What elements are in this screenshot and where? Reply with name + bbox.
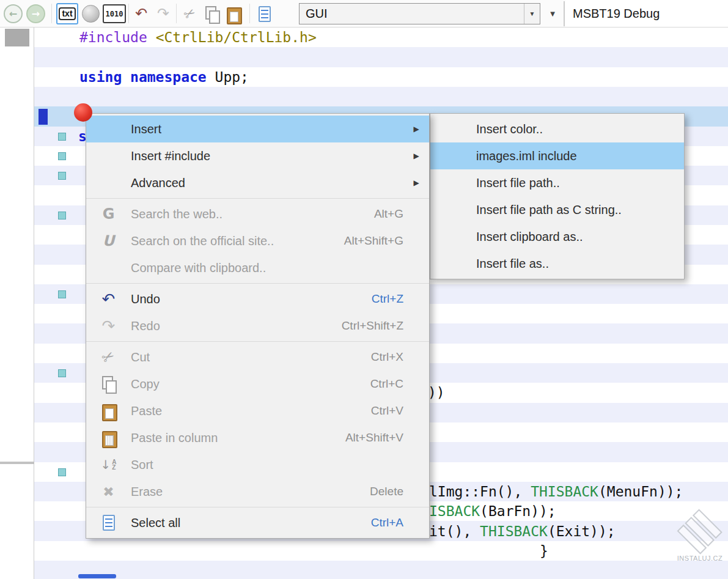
edited-line-marker xyxy=(58,212,66,219)
redo-icon: ↷ xyxy=(157,5,169,22)
menu-item-label: Search on the official site.. xyxy=(131,234,344,248)
menu-separator xyxy=(86,283,429,284)
forward-arrow-icon: → xyxy=(32,8,40,20)
edit-as-hex-button[interactable]: 1010 xyxy=(103,4,126,23)
submenu-item-insert-file-as[interactable]: Insert file as.. xyxy=(430,250,684,277)
undo-button[interactable]: ↶ xyxy=(131,4,152,23)
cut-icon: ✂ xyxy=(181,4,198,23)
menu-shortcut: Ctrl+Z xyxy=(372,292,403,306)
panel-splitter[interactable] xyxy=(0,462,34,464)
menu-item-label: Paste xyxy=(131,404,371,418)
edited-line-marker xyxy=(58,172,66,180)
back-arrow-icon: ← xyxy=(9,8,17,20)
cut-icon: ✂ xyxy=(99,347,118,367)
icon-slot: ✖ xyxy=(86,484,131,500)
menu-item-undo[interactable]: ↶ Undo Ctrl+Z xyxy=(86,286,429,312)
copy-button[interactable] xyxy=(202,5,222,23)
submenu-item-insert-clipboard-as[interactable]: Insert clipboard as.. xyxy=(430,223,684,250)
menu-separator xyxy=(86,341,429,342)
package-dropdown-button[interactable]: ▼ xyxy=(544,3,561,24)
menu-item-label: Insert file path as C string.. xyxy=(476,203,684,217)
copy-icon xyxy=(102,376,116,392)
main-package-combo[interactable]: GUI ▼ xyxy=(299,3,540,24)
globe-icon[interactable] xyxy=(82,5,100,23)
code-line-using: using namespace Upp; xyxy=(79,67,249,87)
menu-item-copy[interactable]: Copy Ctrl+C xyxy=(86,371,429,397)
toolbar-separator xyxy=(564,1,565,26)
cut-button[interactable]: ✂ xyxy=(175,0,203,27)
menu-item-advanced[interactable]: Advanced ▶ xyxy=(86,169,429,196)
build-method-selector[interactable]: MSBT19 Debug xyxy=(565,0,728,27)
paste-column-icon xyxy=(102,430,116,446)
gutter-line-marker xyxy=(39,109,48,125)
menu-item-select-all[interactable]: Select all Ctrl+A xyxy=(86,509,429,536)
code-line-parens: )) xyxy=(428,383,445,402)
submenu-item-insert-color[interactable]: Insert color.. xyxy=(430,116,684,142)
redo-button[interactable]: ↷ xyxy=(153,4,174,23)
menu-item-insert[interactable]: Insert ▶ xyxy=(86,116,429,142)
menu-item-label: Search the web.. xyxy=(131,207,374,221)
menu-item-insert-include[interactable]: Insert #include ▶ xyxy=(86,142,429,169)
icon-slot: ↷ xyxy=(86,317,131,335)
paste-button[interactable] xyxy=(223,4,244,24)
ide-window: ← → txt 1010 ↶ ↷ ✂ xyxy=(0,0,728,579)
editor-context-menu: Insert ▶ Insert #include ▶ Advanced ▶ G … xyxy=(86,113,430,539)
menu-item-label: Insert clipboard as.. xyxy=(476,230,684,244)
icon-slot: ✂ xyxy=(86,349,131,366)
navigate-back-button[interactable]: ← xyxy=(4,4,23,23)
menu-item-search-web[interactable]: G Search the web.. Alt+G xyxy=(86,201,429,227)
select-all-button[interactable] xyxy=(254,5,275,23)
undo-icon: ↶ xyxy=(102,290,116,308)
watermark: INSTALUJ.CZ xyxy=(673,515,727,562)
menu-separator xyxy=(86,507,429,507)
scrollbar-thumb[interactable] xyxy=(78,574,116,578)
code-line-close-brace: } xyxy=(540,541,548,561)
code-line-include: #include <CtrlLib/CtrlLib.h> xyxy=(79,28,317,47)
menu-item-label: Insert #include xyxy=(131,149,403,163)
menu-item-label: Sort xyxy=(131,458,403,472)
menu-item-label: Insert file path.. xyxy=(476,176,684,190)
edit-as-text-button[interactable]: txt xyxy=(56,3,78,24)
document-icon xyxy=(259,6,271,22)
code-line-exit: it(), THISBACK(Exit)); xyxy=(429,522,616,541)
breakpoint-icon[interactable] xyxy=(74,103,92,122)
menu-item-redo[interactable]: ↷ Redo Ctrl+Shift+Z xyxy=(86,312,429,339)
edited-line-marker xyxy=(58,152,66,160)
menu-shortcut: Ctrl+V xyxy=(371,404,403,418)
upp-u-icon: U xyxy=(103,232,115,249)
menu-item-paste-in-column[interactable]: Paste in column Alt+Shift+V xyxy=(86,424,429,451)
menu-item-erase[interactable]: ✖ Erase Delete xyxy=(86,478,429,505)
menu-item-paste[interactable]: Paste Ctrl+V xyxy=(86,397,429,424)
menu-item-label: Cut xyxy=(131,350,371,364)
menu-item-label: Insert xyxy=(131,122,403,136)
code-line-bar-set: ISBACK(BarFn)); xyxy=(429,501,556,521)
submenu-item-insert-file-path[interactable]: Insert file path.. xyxy=(430,169,684,196)
toolbar-separator xyxy=(51,4,52,23)
submenu-arrow-icon: ▶ xyxy=(403,152,429,160)
menu-item-label: Undo xyxy=(131,292,372,306)
combo-value: GUI xyxy=(300,7,524,21)
binary-icon: 1010 xyxy=(106,10,123,18)
menu-item-search-official[interactable]: U Search on the official site.. Alt+Shif… xyxy=(86,227,429,254)
chevron-down-icon[interactable]: ▼ xyxy=(524,4,540,24)
menu-item-cut[interactable]: ✂ Cut Ctrl+X xyxy=(86,344,429,371)
menu-item-label: Select all xyxy=(131,516,371,530)
toolbar: ← → txt 1010 ↶ ↷ ✂ xyxy=(0,0,728,28)
submenu-item-insert-file-path-c-string[interactable]: Insert file path as C string.. xyxy=(430,196,684,223)
menu-item-label: Advanced xyxy=(131,176,403,190)
undo-icon: ↶ xyxy=(135,5,147,22)
google-g-icon: G xyxy=(103,205,115,223)
navigate-forward-button[interactable]: → xyxy=(26,4,45,23)
copy-icon xyxy=(205,6,219,22)
edited-line-marker xyxy=(58,133,66,141)
menu-shortcut: Ctrl+A xyxy=(371,516,403,529)
submenu-item-images-iml-include[interactable]: images.iml include xyxy=(430,142,684,169)
menu-item-sort[interactable]: ↓ AZ Sort xyxy=(86,451,429,478)
build-method-label: MSBT19 Debug xyxy=(565,7,660,21)
txt-icon: txt xyxy=(59,7,75,20)
menu-item-compare-clipboard[interactable]: Compare with clipboard.. xyxy=(86,254,429,281)
menu-item-label: Paste in column xyxy=(131,431,345,445)
redo-icon: ↷ xyxy=(102,317,116,335)
menu-shortcut: Alt+G xyxy=(374,207,403,221)
icon-slot xyxy=(86,376,131,392)
